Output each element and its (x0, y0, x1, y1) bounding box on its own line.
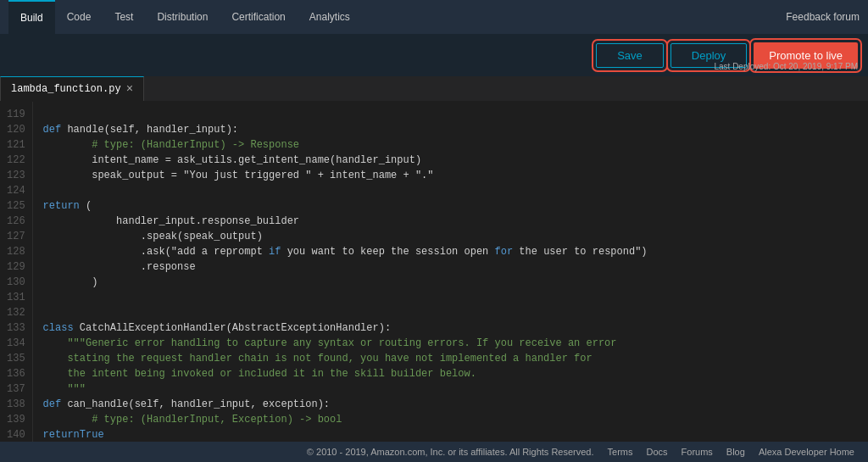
code-line (43, 305, 858, 320)
code-line: class CatchAllExceptionHandler(AbstractE… (43, 320, 858, 336)
line-number: 120 (7, 122, 25, 137)
line-number: 129 (7, 259, 25, 275)
line-number: 132 (7, 305, 25, 320)
footer-link-forums[interactable]: Forums (682, 447, 713, 457)
code-line: def handle(self, handler_input): (43, 122, 858, 137)
code-line: return True (43, 427, 858, 442)
line-number: 122 (7, 153, 25, 168)
code-line: return ( (43, 198, 858, 214)
file-tab-close[interactable]: × (126, 82, 133, 96)
footer-link-alexa-dev[interactable]: Alexa Developer Home (759, 447, 854, 457)
code-line: """Generic error handling to capture any… (43, 336, 858, 351)
top-navigation: Build Code Test Distribution Certificati… (0, 0, 868, 34)
code-line: the intent being invoked or included it … (43, 366, 858, 381)
line-number: 125 (7, 198, 25, 214)
code-line (43, 290, 858, 305)
code-line (43, 107, 858, 122)
line-number: 139 (7, 412, 25, 427)
line-number: 121 (7, 137, 25, 153)
line-number: 134 (7, 336, 25, 351)
code-line: intent_name = ask_utils.get_intent_name(… (43, 153, 858, 168)
line-number: 136 (7, 366, 25, 381)
line-number: 140 (7, 427, 25, 442)
code-line: ) (43, 275, 858, 290)
line-number: 130 (7, 275, 25, 290)
footer: © 2010 - 2019, Amazon.com, Inc. or its a… (0, 442, 868, 462)
nav-tab-certification[interactable]: Certification (220, 0, 297, 34)
code-line: .speak(speak_output) (43, 229, 858, 244)
line-number: 128 (7, 244, 25, 259)
nav-tab-build[interactable]: Build (8, 0, 55, 34)
code-line: .ask("add a reprompt if you want to keep… (43, 244, 858, 259)
line-number: 135 (7, 351, 25, 366)
nav-tabs: Build Code Test Distribution Certificati… (8, 0, 362, 34)
file-tabs: lambda_function.py × (0, 76, 868, 102)
line-number: 124 (7, 183, 25, 198)
line-number: 127 (7, 229, 25, 244)
code-line: handler_input.response_builder (43, 214, 858, 229)
editor-body: 1191201211221231241251261271281291301311… (0, 102, 868, 442)
copyright-text: © 2010 - 2019, Amazon.com, Inc. or its a… (307, 447, 594, 457)
nav-tab-test[interactable]: Test (103, 0, 145, 34)
nav-tab-distribution[interactable]: Distribution (145, 0, 220, 34)
line-number: 123 (7, 168, 25, 183)
line-number: 137 (7, 381, 25, 397)
nav-tab-analytics[interactable]: Analytics (298, 0, 362, 34)
code-line: # type: (HandlerInput, Exception) -> boo… (43, 412, 858, 427)
code-line: stating the request handler chain is not… (43, 351, 858, 366)
line-number: 131 (7, 290, 25, 305)
code-line (43, 183, 858, 198)
code-content[interactable]: def handle(self, handler_input): # type:… (33, 102, 868, 442)
last-deployed-text: Last Deployed: Oct 20, 2019, 9:17 PM (714, 62, 858, 71)
code-line: def can_handle(self, handler_input, exce… (43, 397, 858, 412)
toolbar: Save Deploy Promote to live Last Deploye… (0, 34, 868, 76)
file-tab-lambda[interactable]: lambda_function.py × (0, 76, 144, 101)
line-number: 138 (7, 397, 25, 412)
footer-link-terms[interactable]: Terms (608, 447, 633, 457)
editor-container: lambda_function.py × 1191201211221231241… (0, 76, 868, 442)
line-number: 126 (7, 214, 25, 229)
footer-link-blog[interactable]: Blog (726, 447, 745, 457)
file-tab-name: lambda_function.py (11, 83, 121, 95)
footer-link-docs[interactable]: Docs (647, 447, 668, 457)
line-number: 133 (7, 320, 25, 336)
nav-right: Feedback forum (786, 0, 860, 34)
line-number: 119 (7, 107, 25, 122)
code-line: speak_output = "You just triggered " + i… (43, 168, 858, 183)
code-line: """ (43, 381, 858, 397)
code-line: # type: (HandlerInput) -> Response (43, 137, 858, 153)
feedback-link[interactable]: Feedback forum (786, 11, 860, 23)
save-button[interactable]: Save (596, 43, 664, 68)
code-line: .response (43, 259, 858, 275)
line-numbers: 1191201211221231241251261271281291301311… (0, 102, 33, 442)
nav-tab-code[interactable]: Code (55, 0, 103, 34)
